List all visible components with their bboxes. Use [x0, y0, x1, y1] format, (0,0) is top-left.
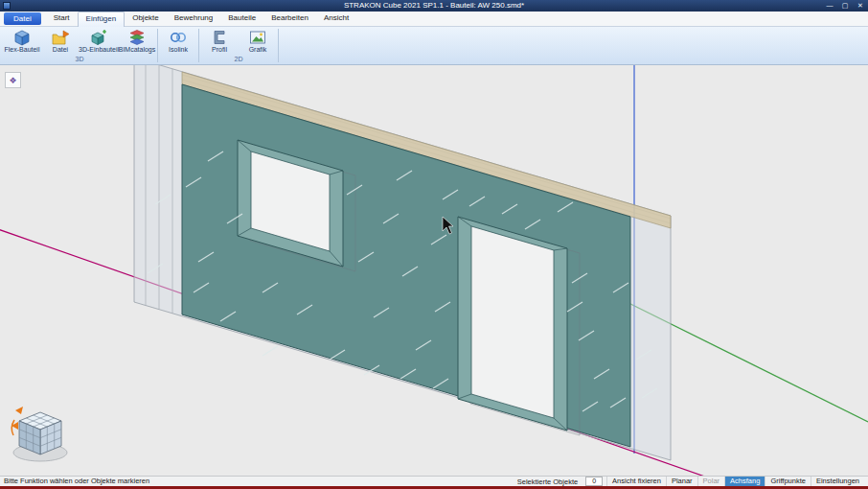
isolink-icon: [169, 29, 188, 46]
view-cube[interactable]: [11, 407, 67, 461]
viewport-toolbar-button[interactable]: ❖: [5, 72, 21, 88]
toggle-polar[interactable]: Polar: [697, 477, 725, 486]
toggle-griffpunkte[interactable]: Griffpunkte: [765, 477, 811, 486]
tab-bearbeiten[interactable]: Bearbeiten: [263, 12, 316, 26]
status-message: Bitte Funktion wählen oder Objekte marki…: [4, 477, 149, 486]
close-button[interactable]: ✕: [853, 0, 868, 12]
ribbon-item-label: Datei: [53, 46, 68, 53]
ribbon-tab-row: Datei Start Einfügen Objekte Bewehrung B…: [0, 12, 868, 27]
file-folder-icon: [51, 29, 70, 46]
ribbon-item-bimcatalogs[interactable]: BIMcatalogs: [118, 27, 156, 55]
viewport-tool-icon: ❖: [9, 76, 16, 85]
ribbon-group-isolink: Isolink: [159, 27, 197, 64]
ribbon-separator: [278, 29, 279, 62]
ribbon-item-label: Profil: [212, 46, 227, 53]
status-bar: Bitte Funktion wählen oder Objekte marki…: [0, 476, 868, 486]
tab-start[interactable]: Start: [46, 12, 78, 26]
toggle-achsfang[interactable]: Achsfang: [724, 477, 765, 486]
tab-einfuegen[interactable]: Einfügen: [78, 12, 126, 27]
ribbon-group-label-2d[interactable]: 2D: [200, 55, 277, 64]
ribbon: Flex-Bauteil Datei: [0, 27, 868, 65]
title-bar[interactable]: STRAKON Cube 2021 SP1.1 - Bauteil: AW 25…: [0, 0, 868, 12]
ribbon-item-label: BIMcatalogs: [119, 46, 156, 53]
viewport-3d[interactable]: ❖: [0, 65, 868, 476]
ribbon-item-isolink[interactable]: Isolink: [159, 27, 197, 55]
maximize-button[interactable]: ▢: [837, 0, 853, 12]
ribbon-item-label: Grafik: [249, 46, 267, 53]
ribbon-separator: [198, 29, 199, 62]
ribbon-item-datei[interactable]: Datei: [41, 27, 80, 55]
ribbon-group-label-3d[interactable]: 3D: [3, 55, 156, 64]
tab-ansicht[interactable]: Ansicht: [316, 12, 356, 26]
graphic-image-icon: [248, 29, 267, 46]
ribbon-item-3d-einbauteil[interactable]: 3D-Einbauteil: [80, 27, 118, 55]
ribbon-item-flex-bauteil[interactable]: Flex-Bauteil: [3, 27, 41, 55]
3d-part-icon: [89, 29, 108, 46]
selected-objects-count[interactable]: 0: [585, 477, 603, 486]
ribbon-group-2d: Profil Grafik 2D: [200, 27, 277, 64]
door-opening[interactable]: [458, 217, 580, 435]
ribbon-item-label: 3D-Einbauteil: [79, 46, 119, 53]
door-hole: [471, 226, 554, 418]
ribbon-separator: [157, 29, 158, 62]
selected-objects-label: Selektierte Objekte: [514, 477, 582, 486]
application-window: STRAKON Cube 2021 SP1.1 - Bauteil: AW 25…: [0, 0, 868, 489]
ribbon-group-label-empty: [159, 55, 197, 64]
ribbon-item-label: Isolink: [169, 46, 188, 53]
scene-svg[interactable]: [0, 65, 868, 476]
tab-bauteile[interactable]: Bauteile: [220, 12, 263, 26]
ribbon-group-3d: Flex-Bauteil Datei: [3, 27, 156, 64]
ribbon-item-label: Flex-Bauteil: [5, 46, 40, 53]
minimize-button[interactable]: —: [822, 0, 837, 12]
ribbon-item-grafik[interactable]: Grafik: [239, 27, 277, 55]
window-title: STRAKON Cube 2021 SP1.1 - Bauteil: AW 25…: [0, 0, 868, 12]
toggle-planar[interactable]: Planar: [666, 477, 697, 486]
rotate-up-arrow-icon: [15, 407, 23, 414]
bim-catalogs-icon: [127, 29, 147, 46]
toggle-ansicht-fixieren[interactable]: Ansicht fixieren: [606, 477, 666, 486]
tab-objekte[interactable]: Objekte: [125, 12, 167, 26]
rotate-arc-icon: [11, 420, 14, 435]
file-menu-button[interactable]: Datei: [4, 12, 41, 25]
tab-bewehrung[interactable]: Bewehrung: [167, 12, 220, 26]
profile-icon: [210, 29, 229, 46]
ribbon-item-profil[interactable]: Profil: [200, 27, 239, 55]
toggle-einstellungen[interactable]: Einstellungen: [811, 477, 864, 486]
flex-bauteil-icon: [12, 29, 32, 46]
